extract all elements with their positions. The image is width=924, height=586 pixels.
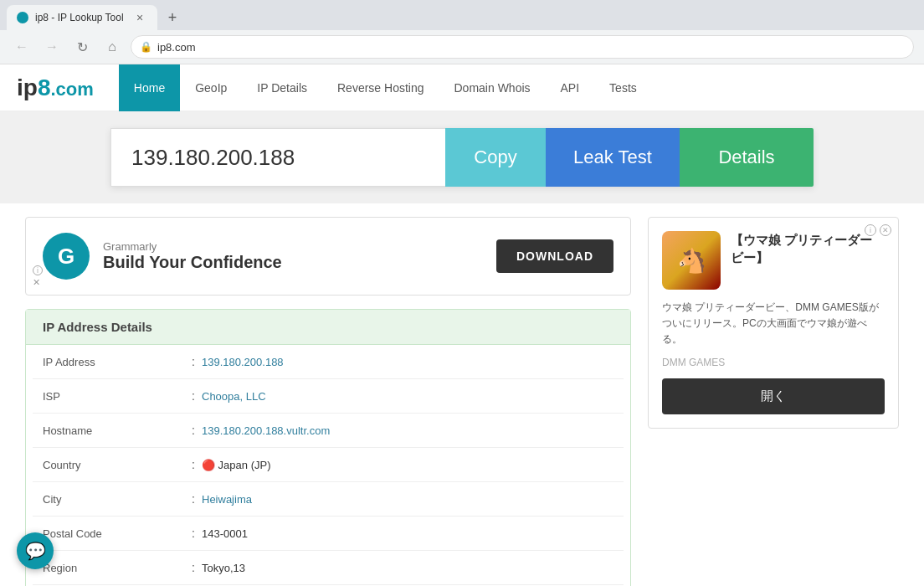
lock-icon: 🔒 — [140, 41, 152, 53]
table-row: Region : Tokyo,13 — [33, 551, 624, 585]
right-ad-image: 🐴 — [662, 231, 721, 290]
label-postal-code: Postal Code — [43, 527, 185, 540]
ad-headline: Build Your Confidence — [103, 253, 483, 272]
page-content: ip8.com Home GeoIp IP Details Reverse Ho… — [0, 64, 924, 586]
left-column: G Grammarly Build Your Confidence DOWNLO… — [25, 217, 631, 586]
ip-search-bar: 139.180.200.188 Copy Leak Test Details — [110, 128, 814, 187]
right-ad-controls: i ✕ — [865, 224, 891, 236]
ip-details-card: IP Address Details IP Address : 139.180.… — [25, 309, 631, 586]
ad-brand: Grammarly — [103, 240, 483, 253]
table-row: Hostname : 139.180.200.188.vultr.com — [33, 414, 624, 448]
chat-bubble[interactable]: 💬 — [17, 532, 54, 569]
nav-tests[interactable]: Tests — [594, 64, 652, 111]
main-area: G Grammarly Build Your Confidence DOWNLO… — [0, 203, 924, 586]
ad-text: Grammarly Build Your Confidence — [103, 240, 483, 272]
label-ip-address: IP Address — [43, 356, 185, 368]
table-row: IP Address : 139.180.200.188 — [33, 345, 624, 379]
ip-value: 139.180.200.188 — [131, 145, 295, 171]
right-ad-description: ウマ娘 プリティーダービー、DMM GAMES版がついにリリース。PCの大画面で… — [662, 300, 885, 348]
leak-test-button[interactable]: Leak Test — [546, 128, 680, 187]
label-isp: ISP — [43, 390, 185, 403]
refresh-btn[interactable]: ↻ — [70, 35, 94, 59]
forward-btn[interactable]: → — [40, 35, 64, 59]
table-row: City : Heiwajima — [33, 482, 624, 517]
right-ad-open-button[interactable]: 開く — [662, 378, 885, 414]
ip-details-table: IP Address : 139.180.200.188 ISP : Choop… — [26, 345, 630, 586]
value-region: Tokyo,13 — [202, 562, 245, 574]
table-row: Postal Code : 143-0001 — [33, 517, 624, 551]
label-city: City — [43, 493, 185, 506]
ad-info-icon[interactable]: i — [33, 265, 43, 275]
table-row: Country : 🔴 Japan (JP) — [33, 448, 624, 482]
value-country: 🔴 Japan (JP) — [202, 459, 270, 471]
nav-ip-details[interactable]: IP Details — [242, 64, 322, 111]
right-ad-title: 【ウマ娘 プリティーダービー】 — [731, 231, 885, 266]
nav-home[interactable]: Home — [119, 64, 180, 111]
right-ad-brand: DMM GAMES — [662, 357, 885, 368]
label-hostname: Hostname — [43, 424, 185, 437]
table-row: ISP : Choopa, LLC — [33, 379, 624, 414]
browser-tab[interactable]: ip8 - IP Lookup Tool × — [7, 5, 157, 30]
label-country: Country — [43, 459, 185, 471]
site-logo[interactable]: ip8.com — [17, 75, 94, 101]
chat-icon: 💬 — [25, 541, 46, 561]
url-text: ip8.com — [157, 41, 196, 54]
home-btn[interactable]: ⌂ — [100, 35, 124, 59]
right-ad-info-icon[interactable]: i — [865, 224, 876, 236]
ad-close-icon[interactable]: ✕ — [33, 277, 40, 288]
ad-banner: G Grammarly Build Your Confidence DOWNLO… — [25, 217, 631, 296]
copy-button[interactable]: Copy — [445, 128, 546, 187]
tab-close-btn[interactable]: × — [132, 10, 147, 25]
value-hostname: 139.180.200.188.vultr.com — [202, 424, 330, 437]
details-button[interactable]: Details — [680, 128, 814, 187]
right-column: i ✕ 🐴 【ウマ娘 プリティーダービー】 ウマ娘 プリティーダービー、DMM … — [648, 217, 899, 586]
nav-reverse-hosting[interactable]: Reverse Hosting — [322, 64, 439, 111]
tab-favicon — [17, 12, 28, 23]
ad-logo: G — [43, 233, 90, 280]
ad-info: i ✕ — [33, 265, 43, 288]
right-ad: i ✕ 🐴 【ウマ娘 プリティーダービー】 ウマ娘 プリティーダービー、DMM … — [648, 217, 899, 429]
value-ip-address: 139.180.200.188 — [202, 356, 284, 368]
nav-api[interactable]: API — [546, 64, 595, 111]
nav-items: Home GeoIp IP Details Reverse Hosting Do… — [119, 64, 652, 111]
label-region: Region — [43, 562, 185, 574]
ip-display: 139.180.200.188 — [110, 128, 445, 187]
ip-search-section: 139.180.200.188 Copy Leak Test Details — [0, 111, 924, 203]
back-btn[interactable]: ← — [10, 35, 33, 59]
ip-details-header: IP Address Details — [26, 310, 630, 345]
tab-title: ip8 - IP Lookup Tool — [35, 12, 124, 23]
value-postal-code: 143-0001 — [202, 527, 248, 540]
right-ad-top: 🐴 【ウマ娘 プリティーダービー】 — [662, 231, 885, 290]
tab-bar: ip8 - IP Lookup Tool × + — [0, 0, 924, 30]
ad-download-button[interactable]: DOWNLOAD — [496, 239, 613, 273]
browser-chrome: ip8 - IP Lookup Tool × + ← → ↻ ⌂ 🔒 ip8.c… — [0, 0, 924, 64]
navbar: ip8.com Home GeoIp IP Details Reverse Ho… — [0, 64, 924, 111]
new-tab-btn[interactable]: + — [161, 6, 184, 29]
nav-domain-whois[interactable]: Domain Whois — [439, 64, 546, 111]
nav-geoip[interactable]: GeoIp — [180, 64, 242, 111]
value-isp: Choopa, LLC — [202, 390, 266, 403]
url-field[interactable]: 🔒 ip8.com — [131, 35, 914, 59]
address-bar: ← → ↻ ⌂ 🔒 ip8.com — [0, 30, 924, 64]
right-ad-close-icon[interactable]: ✕ — [880, 224, 891, 236]
value-city: Heiwajima — [202, 493, 252, 506]
